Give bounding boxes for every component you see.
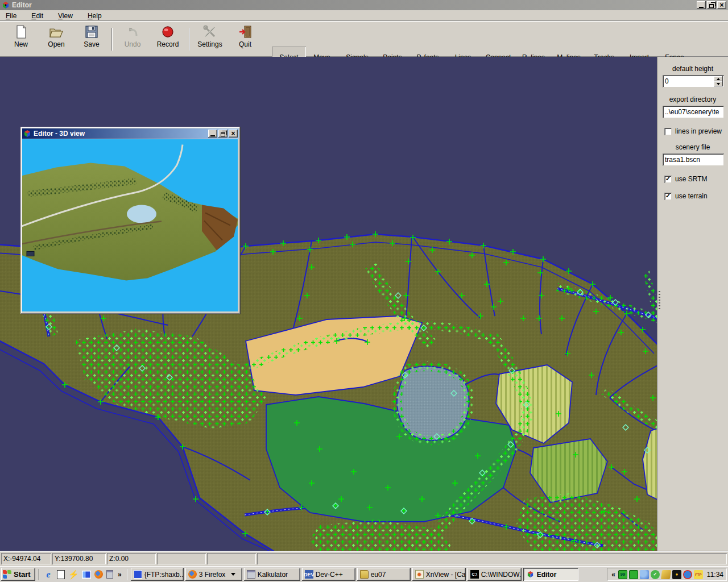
quick-launch-bar: e ⚡ » <box>42 569 124 580</box>
windows-logo-icon <box>3 570 12 579</box>
open-folder-icon <box>49 24 64 39</box>
default-height-label: default height <box>657 65 728 73</box>
total-commander-icon[interactable] <box>82 571 91 579</box>
lines-in-preview-label: lines in preview <box>675 127 722 135</box>
use-srtm-checkbox[interactable]: ✓ use SRTM <box>664 175 728 183</box>
3d-viewport[interactable] <box>22 139 238 311</box>
start-button[interactable]: Start <box>1 568 35 581</box>
menu-help[interactable]: Help <box>86 11 103 21</box>
use-terrain-checkbox[interactable]: ✓ use terrain <box>664 192 728 200</box>
taskbar-button-firefox[interactable]: 3 Firefox <box>185 568 242 581</box>
lines-in-preview-checkbox[interactable]: ✓ lines in preview <box>664 127 728 135</box>
minimize-button[interactable] <box>697 1 706 9</box>
3d-view-close-button[interactable]: × <box>229 130 238 138</box>
menu-view[interactable]: View <box>57 11 74 21</box>
gadu-gadu-status-icon[interactable]: 99 <box>618 570 627 579</box>
floppy-disk-icon <box>84 24 99 39</box>
taskbar-button-editor[interactable]: Editor <box>523 568 578 581</box>
menu-bar: File Edit View Help <box>0 10 728 21</box>
taskbar-button-devcpp[interactable]: DEV Dev-C++ <box>302 568 355 581</box>
3d-view-minimize-button[interactable] <box>208 130 217 138</box>
total-commander-icon <box>134 570 142 579</box>
menu-edit[interactable]: Edit <box>30 11 44 21</box>
antivirus-check-icon[interactable]: ✓ <box>651 570 660 579</box>
settings-panel: default height export directory ✓ lines … <box>657 57 728 551</box>
3d-view-title: Editor - 3D view <box>34 130 207 138</box>
undo-button[interactable]: Undo <box>116 24 149 54</box>
main-area: default height export directory ✓ lines … <box>0 57 728 551</box>
building-3d <box>27 252 34 256</box>
status-bar: X:-94974.04 Y:139700.80 Z:0.00 <box>0 551 728 566</box>
3d-view-maximize-button[interactable] <box>218 130 228 138</box>
taskbar-button-ftp[interactable]: {FTP:shaxb... <box>131 568 184 581</box>
export-directory-input[interactable] <box>663 106 724 118</box>
spinner-up-button[interactable] <box>714 76 723 81</box>
taskbar: Start e ⚡ » {FTP:shaxb... 3 Firefox Kalk… <box>0 566 728 582</box>
outlook-express-icon[interactable] <box>57 570 65 579</box>
editor-application-window: Editor × File Edit View Help New Open <box>0 0 728 582</box>
toolbar: New Open Save <box>0 21 728 57</box>
taskbar-button-cmd[interactable]: C:\ C:\WINDOW... <box>468 568 522 581</box>
status-y-coordinate: Y:139700.80 <box>52 553 106 564</box>
export-directory-label: export directory <box>657 95 728 103</box>
spinner-down-button[interactable] <box>714 81 723 86</box>
editor-cube-icon <box>526 570 535 579</box>
record-button[interactable]: Record <box>151 24 184 54</box>
window-title: Editor <box>12 1 696 9</box>
quick-launch-overflow-chevron[interactable]: » <box>117 571 123 579</box>
taskbar-group-caret-icon <box>231 573 235 576</box>
new-page-icon <box>14 24 28 39</box>
firefox-icon[interactable] <box>94 570 103 579</box>
3d-view-title-bar[interactable]: Editor - 3D view × <box>22 128 239 139</box>
toolbar-separator <box>111 28 113 51</box>
firefox-icon <box>188 570 197 579</box>
record-circle-icon <box>160 24 175 39</box>
use-srtm-label: use SRTM <box>675 175 707 183</box>
tools-icon <box>202 24 217 39</box>
status-empty-panel <box>157 553 206 564</box>
use-terrain-label: use terrain <box>675 192 708 200</box>
undo-arrow-icon <box>125 24 140 39</box>
close-button[interactable]: × <box>717 1 726 9</box>
gadu-gadu-icon[interactable] <box>629 570 638 579</box>
status-x-coordinate: X:-94974.04 <box>1 553 51 564</box>
open-button[interactable]: Open <box>40 24 73 54</box>
panel-splitter-handle[interactable] <box>659 291 660 310</box>
lake-3d <box>127 205 156 223</box>
calculator-icon <box>247 570 255 579</box>
restore-button[interactable] <box>707 1 716 9</box>
messenger-icon[interactable] <box>640 570 649 579</box>
scenery-file-label: scenery file <box>657 143 728 151</box>
system-tray: « 99 ✓ ● FTP 11:34 <box>607 568 727 581</box>
lightning-app-icon[interactable]: ⚡ <box>68 569 78 580</box>
app-cube-icon <box>2 1 10 9</box>
devcpp-icon: DEV <box>305 570 313 579</box>
save-button[interactable]: Save <box>75 24 108 54</box>
tray-collapse-chevron[interactable]: « <box>610 571 617 579</box>
taskbar-separator <box>127 569 128 580</box>
3d-view-window[interactable]: Editor - 3D view × <box>20 127 241 314</box>
network-globe-icon[interactable] <box>683 570 692 579</box>
taskbar-clock: 11:34 <box>705 571 723 579</box>
default-height-spinner[interactable] <box>663 75 724 88</box>
internet-explorer-icon[interactable]: e <box>43 569 53 580</box>
norton-icon[interactable]: ● <box>672 570 681 579</box>
calculator-icon[interactable] <box>106 570 113 579</box>
exit-door-icon <box>238 24 253 39</box>
taskbar-button-kalkulator[interactable]: Kalkulator <box>244 568 300 581</box>
status-empty-panel <box>207 553 256 564</box>
title-bar[interactable]: Editor × <box>0 0 728 10</box>
pencil-tool-icon[interactable] <box>661 570 671 579</box>
settings-button[interactable]: Settings <box>193 24 226 54</box>
taskbar-button-eu07-folder[interactable]: eu07 <box>357 568 411 581</box>
status-empty-panel <box>257 553 727 564</box>
scenery-file-input[interactable] <box>663 153 724 166</box>
ftp-client-icon[interactable]: FTP <box>694 570 703 579</box>
quit-button[interactable]: Quit <box>229 24 262 54</box>
menu-file[interactable]: File <box>5 11 18 21</box>
xnview-icon: ✹ <box>415 570 424 579</box>
new-button[interactable]: New <box>5 24 38 54</box>
3d-view-window-icon <box>23 130 31 138</box>
taskbar-button-xnview[interactable]: ✹ XnView - [Ca... <box>412 568 466 581</box>
status-z-coordinate: Z:0.00 <box>107 553 156 564</box>
